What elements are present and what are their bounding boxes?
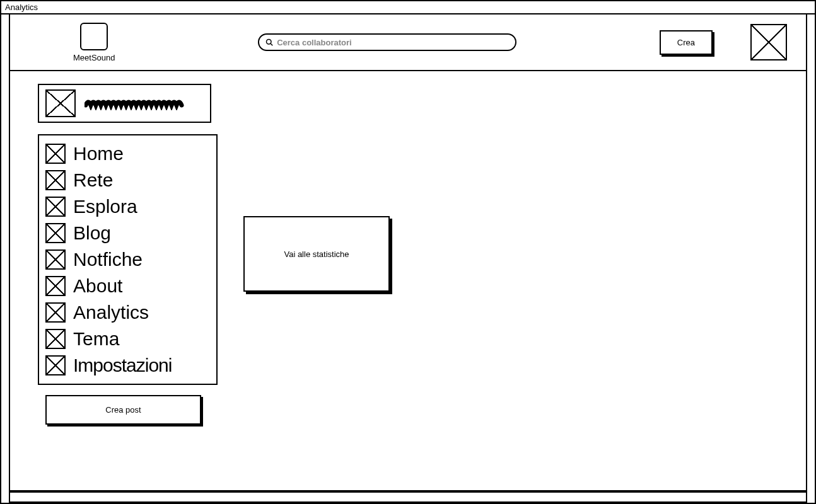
app-window: Analytics MeetSound Crea (0, 0, 816, 504)
sidebar-item-home[interactable]: Home (45, 140, 211, 167)
sidebar-item-blog[interactable]: Blog (45, 220, 211, 246)
sidebar-item-label: Rete (73, 169, 113, 191)
stats-button-label: Vai alle statistiche (284, 249, 349, 259)
gear-icon (45, 355, 66, 375)
create-post-button[interactable]: Crea post (45, 395, 201, 425)
chart-icon (45, 302, 66, 323)
window-title: Analytics (5, 3, 38, 12)
network-icon (45, 170, 66, 190)
app-name: MeetSound (73, 53, 115, 62)
info-icon (45, 276, 66, 296)
sidebar-item-label: About (73, 275, 122, 297)
sidebar-item-label: Esplora (73, 196, 137, 217)
profile-avatar-icon (45, 89, 76, 117)
svg-point-0 (267, 40, 272, 45)
sidebar-item-notifiche[interactable]: Notfiche (45, 246, 211, 273)
search-input[interactable] (277, 38, 509, 47)
sidebar-nav: Home Rete Esplora Blog Notfiche (38, 134, 218, 385)
bell-icon (45, 249, 66, 270)
svg-line-1 (271, 43, 272, 45)
sidebar-item-about[interactable]: About (45, 273, 211, 299)
sidebar-item-tema[interactable]: Tema (45, 326, 211, 352)
sidebar-item-impostazioni[interactable]: Impostazioni (45, 352, 211, 379)
sidebar-item-rete[interactable]: Rete (45, 167, 211, 193)
go-to-stats-button[interactable]: Vai alle statistiche (243, 216, 390, 292)
sidebar-item-label: Analytics (73, 302, 149, 323)
main-content: Vai alle statistiche (224, 71, 806, 490)
create-button[interactable]: Crea (660, 30, 713, 55)
profile-name-placeholder (85, 96, 185, 110)
sidebar-item-label: Notfiche (73, 249, 143, 270)
avatar-icon[interactable] (750, 24, 787, 60)
sidebar-item-label: Home (73, 143, 124, 164)
logo-block: MeetSound (73, 23, 115, 62)
footer (9, 491, 807, 503)
sidebar-item-label: Blog (73, 222, 111, 244)
header: MeetSound Crea (9, 14, 807, 71)
sidebar-item-esplora[interactable]: Esplora (45, 193, 211, 220)
logo-icon[interactable] (80, 23, 108, 50)
blog-icon (45, 223, 66, 243)
sidebar: Home Rete Esplora Blog Notfiche (10, 71, 224, 490)
explore-icon (45, 197, 66, 217)
sidebar-item-analytics[interactable]: Analytics (45, 299, 211, 326)
theme-icon (45, 329, 66, 349)
profile-card[interactable] (38, 84, 211, 123)
sidebar-item-label: Tema (73, 328, 119, 350)
home-icon (45, 144, 66, 164)
search-field[interactable] (258, 33, 516, 51)
search-icon (265, 38, 273, 46)
search-wrap (128, 33, 647, 51)
body: Home Rete Esplora Blog Notfiche (9, 71, 807, 491)
window-titlebar: Analytics (1, 1, 815, 14)
sidebar-item-label: Impostazioni (73, 355, 172, 376)
